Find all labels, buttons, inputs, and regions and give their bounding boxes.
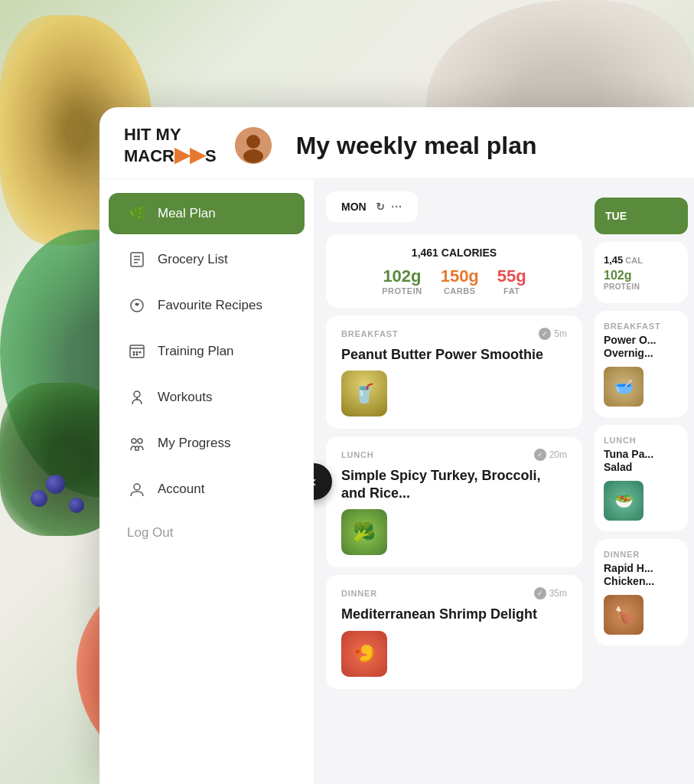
- tuesday-calories-title: 1,45 CAL: [604, 254, 679, 266]
- dinner-type: DINNER: [341, 589, 377, 598]
- breakfast-name: Peanut Butter Power Smoothie: [341, 346, 567, 364]
- logo-line1: HIT MY: [124, 125, 181, 144]
- breakfast-type: BREAKFAST: [341, 329, 398, 338]
- protein-macro: 102g PROTEIN: [382, 266, 422, 296]
- fat-macro: 55g FAT: [497, 266, 526, 296]
- day-tab-actions: ↻ ···: [376, 201, 402, 213]
- sidebar-label-account: Account: [158, 482, 204, 497]
- tuesday-breakfast-card[interactable]: BREAKFAST Power O... Overnig... 🥣: [595, 311, 688, 417]
- tuesday-protein-value: 102g: [604, 269, 679, 283]
- sidebar-item-workouts[interactable]: Workouts: [109, 377, 305, 418]
- svg-point-16: [132, 439, 136, 443]
- sidebar-label-training-plan: Training Plan: [158, 344, 234, 359]
- app-content: 🌿 Meal Plan Grocery List: [99, 179, 694, 784]
- berry-decoration-3: [31, 490, 47, 507]
- sidebar-item-account[interactable]: Account: [109, 469, 305, 510]
- more-options-icon[interactable]: ···: [391, 201, 402, 213]
- sidebar-item-grocery-list[interactable]: Grocery List: [109, 239, 305, 280]
- lunch-type: LUNCH: [341, 450, 374, 459]
- tuesday-column: TUE 1,45 CAL 102g PROTEIN BREAKFAST Powe…: [595, 179, 694, 784]
- refresh-icon[interactable]: ↻: [376, 201, 385, 213]
- carbs-macro: 150g CARBS: [441, 266, 479, 296]
- breakfast-card[interactable]: BREAKFAST ✓ 5m Peanut Butter Power Smoot…: [326, 315, 582, 430]
- turkey-image: 🥦: [341, 509, 387, 555]
- carbs-label: CARBS: [441, 286, 479, 296]
- favourite-recipes-icon: [127, 296, 147, 315]
- chevron-left-icon: ‹: [314, 472, 316, 490]
- svg-point-11: [136, 351, 138, 353]
- fat-value: 55g: [497, 266, 526, 286]
- berry-decoration-2: [69, 498, 84, 513]
- svg-point-13: [133, 353, 135, 355]
- day-tabs: MON ↻ ···: [314, 179, 595, 228]
- tuesday-protein-label: PROTEIN: [604, 283, 679, 291]
- dinner-header: DINNER ✓ 35m: [341, 587, 567, 599]
- calories-card: 1,461 CALORIES 102g PROTEIN 150g CARBS: [326, 234, 582, 308]
- carbs-value: 150g: [441, 266, 479, 286]
- lunch-card[interactable]: LUNCH ✓ 20m Simple Spicy Turkey, Broccol…: [326, 436, 582, 567]
- dinner-time-check-icon: ✓: [534, 587, 546, 599]
- sidebar-item-meal-plan[interactable]: 🌿 Meal Plan: [109, 193, 305, 234]
- logo-suffix: S: [205, 146, 217, 165]
- meals-scroll: 1,461 CALORIES 102g PROTEIN 150g CARBS: [314, 228, 595, 784]
- svg-point-15: [134, 391, 140, 397]
- lunch-header: LUNCH ✓ 20m: [341, 449, 567, 461]
- user-avatar[interactable]: [235, 127, 272, 164]
- svg-point-10: [133, 351, 135, 353]
- tuesday-dinner-name: Rapid H... Chicken...: [604, 562, 679, 589]
- protein-label: PROTEIN: [382, 286, 422, 296]
- panels-row: MON ↻ ··· 1,461 CALORIES: [314, 179, 694, 784]
- dinner-time: ✓ 35m: [534, 587, 567, 599]
- tuesday-dinner-type: DINNER: [604, 550, 679, 559]
- tuesday-breakfast-name: Power O... Overnig...: [604, 334, 679, 361]
- svg-point-12: [139, 351, 142, 353]
- svg-point-14: [136, 353, 138, 355]
- sidebar-item-favourite-recipes[interactable]: Favourite Recipes: [109, 285, 305, 326]
- lunch-time: ✓ 20m: [534, 449, 567, 461]
- breakfast-time: ✓ 5m: [539, 328, 567, 340]
- tuesday-dinner-thumbnail: 🍗: [604, 595, 643, 635]
- grocery-list-icon: [127, 250, 147, 270]
- breakfast-thumbnail: 🥤: [341, 371, 387, 416]
- sidebar-label-workouts: Workouts: [158, 390, 213, 405]
- svg-point-18: [134, 484, 140, 490]
- main-panel: ‹ MON ↻ ···: [314, 179, 694, 784]
- page-title: My weekly meal plan: [296, 132, 537, 160]
- chicken-image: 🍗: [604, 595, 643, 635]
- protein-value: 102g: [382, 266, 422, 286]
- sidebar-item-training-plan[interactable]: Training Plan: [109, 331, 305, 372]
- oats-image: 🥣: [604, 367, 643, 407]
- breakfast-header: BREAKFAST ✓ 5m: [341, 328, 567, 340]
- sidebar-item-my-progress[interactable]: My Progress: [109, 423, 305, 464]
- time-check-icon: ✓: [539, 328, 551, 340]
- tuesday-breakfast-type: BREAKFAST: [604, 322, 679, 331]
- tuesday-calories-card: 1,45 CAL 102g PROTEIN: [595, 242, 688, 303]
- tuna-image: 🥗: [604, 481, 643, 521]
- dinner-card[interactable]: DINNER ✓ 35m Mediterranean Shrimp Deligh…: [326, 575, 582, 689]
- account-icon: [127, 479, 147, 499]
- sidebar-label-meal-plan: Meal Plan: [158, 206, 216, 221]
- app-card: HIT MY MACR▶▶S My weekly meal plan 🌿 Mea…: [99, 107, 694, 784]
- berry-decoration-1: [46, 475, 65, 494]
- monday-tab[interactable]: MON ↻ ···: [326, 191, 418, 222]
- tuesday-lunch-name: Tuna Pa... Salad: [604, 448, 679, 475]
- workouts-icon: [127, 387, 147, 407]
- dinner-name: Mediterranean Shrimp Delight: [341, 606, 567, 623]
- tuesday-dinner-card[interactable]: DINNER Rapid H... Chicken... 🍗: [595, 539, 688, 645]
- training-plan-icon: [127, 341, 147, 361]
- lunch-thumbnail: 🥦: [341, 509, 387, 555]
- macros-row: 102g PROTEIN 150g CARBS 55g FAT: [341, 266, 567, 296]
- logo-text: HIT MY MACR▶▶S: [124, 126, 217, 166]
- tuesday-cal-suffix: CAL: [623, 256, 643, 265]
- logout-button[interactable]: Log Out: [109, 514, 305, 551]
- tuesday-breakfast-thumbnail: 🥣: [604, 367, 643, 407]
- tuesday-label: TUE: [605, 210, 627, 222]
- svg-point-17: [138, 439, 142, 443]
- tuesday-lunch-card[interactable]: LUNCH Tuna Pa... Salad 🥗: [595, 425, 688, 531]
- calories-title: 1,461 CALORIES: [341, 247, 567, 259]
- sidebar: 🌿 Meal Plan Grocery List: [99, 179, 314, 784]
- meal-plan-icon: 🌿: [127, 204, 147, 224]
- tuesday-lunch-type: LUNCH: [604, 436, 679, 445]
- fat-label: FAT: [497, 286, 526, 296]
- tuesday-tab[interactable]: TUE: [595, 198, 688, 234]
